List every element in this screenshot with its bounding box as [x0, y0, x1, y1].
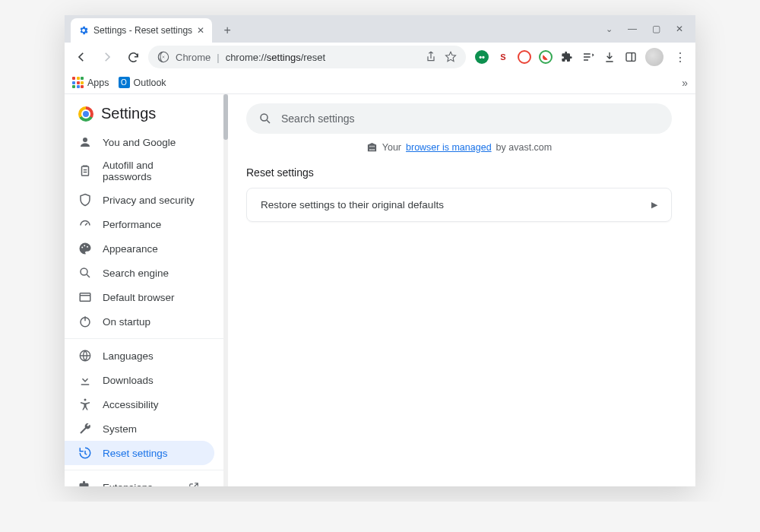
sidebar-item-system[interactable]: System	[65, 416, 214, 441]
share-icon[interactable]	[425, 51, 437, 63]
reset-card: Restore settings to their original defau…	[246, 188, 672, 222]
bookmarks-bar: Apps O Outlook »	[65, 71, 695, 94]
svg-point-4	[81, 247, 83, 249]
toolbar: Chrome | chrome://settings/reset •• S ⋮	[65, 43, 695, 71]
minimize-icon[interactable]: —	[628, 24, 637, 34]
sidebar-item-startup[interactable]: On startup	[65, 309, 214, 334]
bookmarks-overflow-icon[interactable]: »	[682, 77, 688, 89]
ext-compass-icon[interactable]	[539, 50, 553, 64]
new-tab-button[interactable]: +	[217, 20, 238, 41]
puzzle-icon	[78, 480, 92, 486]
forward-button[interactable]	[97, 46, 118, 68]
speedometer-icon	[78, 217, 92, 231]
sidebar-item-accessibility[interactable]: Accessibility	[65, 392, 214, 416]
sidebar-item-browser[interactable]: Default browser	[65, 285, 214, 309]
extensions-area: •• S ⋮	[475, 48, 689, 66]
wrench-icon	[78, 422, 92, 435]
svg-rect-1	[626, 53, 635, 62]
window-icon	[78, 290, 92, 304]
svg-point-7	[81, 268, 87, 275]
titlebar: Settings - Reset settings ✕ + ⌄ — ▢ ✕	[65, 15, 695, 43]
shield-icon	[78, 193, 92, 207]
sidebar-item-search[interactable]: Search engine	[65, 261, 214, 285]
sidebar-item-you[interactable]: You and Google	[65, 130, 214, 154]
settings-title: Settings	[101, 105, 156, 122]
site-info-icon[interactable]	[157, 51, 169, 63]
url-text: chrome://settings/reset	[226, 52, 326, 63]
section-title: Reset settings	[246, 166, 672, 179]
sidebar-scroll[interactable]: You and Google Autofill and passwords Pr…	[65, 130, 228, 486]
download-icon[interactable]	[603, 50, 616, 64]
reload-button[interactable]	[122, 46, 144, 68]
browser-tab[interactable]: Settings - Reset settings ✕	[71, 18, 212, 43]
separator: |	[217, 52, 219, 63]
sidebar-item-languages[interactable]: Languages	[65, 344, 214, 368]
ext-s-icon[interactable]: S	[496, 50, 510, 64]
sidebar-item-reset[interactable]: Reset settings	[65, 441, 214, 465]
restore-defaults-row[interactable]: Restore settings to their original defau…	[247, 188, 671, 221]
search-icon	[258, 112, 272, 125]
bookmark-outlook[interactable]: O Outlook	[119, 77, 166, 88]
row-label: Restore settings to their original defau…	[261, 199, 444, 211]
reading-list-icon[interactable]	[581, 50, 595, 64]
sidebar-item-appearance[interactable]: Appearance	[65, 236, 214, 261]
url-prefix-label: Chrome	[176, 52, 211, 63]
settings-sidebar: Settings You and Google Autofill and pas…	[65, 94, 228, 486]
svg-point-6	[87, 246, 88, 248]
apps-grid-icon	[72, 77, 84, 88]
sidebar-scrollbar[interactable]	[223, 94, 228, 486]
building-icon	[366, 141, 378, 153]
back-button[interactable]	[71, 46, 92, 68]
search-icon	[78, 266, 92, 280]
managed-link[interactable]: browser is managed	[406, 142, 492, 153]
clipboard-icon	[78, 164, 92, 178]
chevron-right-icon: ▶	[651, 200, 657, 210]
svg-point-5	[84, 245, 85, 246]
chevron-down-icon[interactable]: ⌄	[606, 24, 613, 34]
sidebar-item-extensions[interactable]: Extensions	[65, 475, 214, 486]
settings-content: Settings You and Google Autofill and pas…	[65, 94, 695, 486]
tab-title: Settings - Reset settings	[93, 25, 192, 36]
search-placeholder: Search settings	[281, 112, 355, 125]
svg-rect-3	[82, 166, 89, 176]
palette-icon	[78, 242, 92, 255]
sidebar-item-autofill[interactable]: Autofill and passwords	[65, 154, 214, 188]
browser-window: Settings - Reset settings ✕ + ⌄ — ▢ ✕ Ch…	[65, 15, 695, 486]
outlook-icon: O	[119, 77, 130, 88]
globe-icon	[78, 349, 92, 363]
settings-search[interactable]: Search settings	[246, 103, 672, 134]
profile-avatar[interactable]	[645, 48, 663, 66]
maximize-icon[interactable]: ▢	[652, 24, 660, 34]
sidebar-item-performance[interactable]: Performance	[65, 212, 214, 236]
settings-main: Search settings Your browser is managed …	[228, 94, 695, 486]
ext-green-icon[interactable]: ••	[475, 50, 489, 64]
side-panel-icon[interactable]	[624, 50, 638, 64]
managed-notice: Your browser is managed by avast.com	[246, 141, 672, 153]
chrome-logo-icon	[78, 106, 93, 122]
accessibility-icon	[78, 397, 92, 411]
sidebar-item-downloads[interactable]: Downloads	[65, 368, 214, 392]
restore-icon	[78, 446, 92, 460]
svg-point-14	[261, 114, 268, 121]
open-external-icon	[187, 480, 201, 486]
close-window-icon[interactable]: ✕	[676, 24, 683, 34]
gear-icon	[78, 25, 89, 36]
tab-close-icon[interactable]: ✕	[197, 25, 204, 36]
sidebar-item-privacy[interactable]: Privacy and security	[65, 188, 214, 212]
extensions-puzzle-icon[interactable]	[560, 50, 574, 64]
download-arrow-icon	[78, 373, 92, 387]
svg-point-11	[84, 399, 87, 401]
settings-header: Settings	[65, 94, 228, 130]
address-bar[interactable]: Chrome | chrome://settings/reset	[148, 46, 466, 68]
apps-shortcut[interactable]: Apps	[72, 77, 109, 88]
star-icon[interactable]	[445, 51, 457, 63]
svg-point-2	[83, 138, 87, 142]
person-icon	[78, 135, 92, 149]
svg-rect-8	[80, 293, 90, 302]
ext-opera-icon[interactable]	[518, 50, 531, 64]
power-icon	[78, 315, 92, 328]
menu-kebab-icon[interactable]: ⋮	[671, 50, 689, 65]
